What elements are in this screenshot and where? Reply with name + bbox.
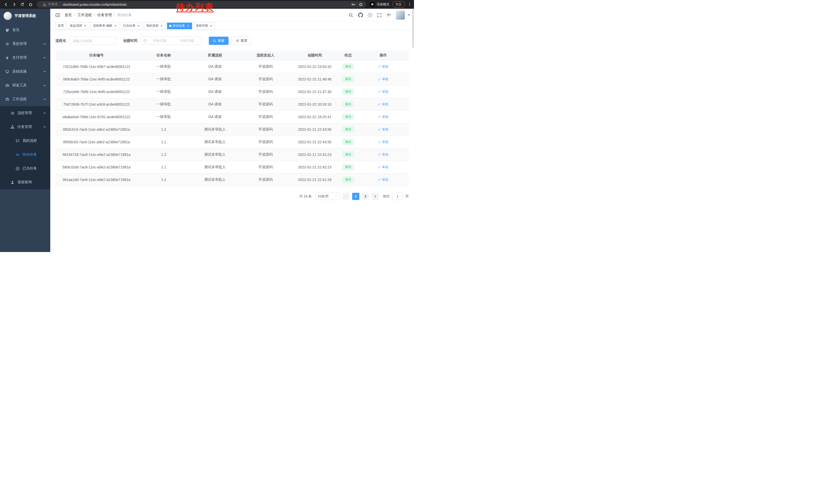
edit-pen-icon (378, 90, 381, 93)
status-badge: 激活 (342, 151, 354, 158)
menu-dots-icon[interactable] (408, 3, 411, 6)
sidebar-item-my-processes[interactable]: 我的流程 (0, 134, 50, 148)
approve-link[interactable]: 审批 (378, 165, 388, 170)
reload-icon[interactable] (19, 1, 26, 8)
task-id-cell: 58154733-7ac8-11ec-a9e2-a2380e71991a (55, 148, 137, 161)
task-name-cell: 1.2 (137, 123, 190, 136)
close-icon[interactable]: × (186, 24, 190, 28)
active-dot-icon (169, 25, 171, 27)
create-time-cell: 2022-01-22 18:25:41 (291, 110, 339, 123)
table-row: 73211d9d-7b9b-11ec-b5b7-acde48001122 一级审… (55, 60, 409, 73)
approve-link[interactable]: 审批 (378, 89, 388, 94)
goto-page-input[interactable] (392, 193, 403, 200)
tab-label: 流程详情 (196, 24, 208, 28)
task-id-cell: 381aa1dd-7ac8-11ec-a9e2-a2380e71991a (55, 173, 137, 186)
status-cell: 激活 (339, 148, 358, 161)
sidebar-item-process-management[interactable]: 流程管理 (0, 106, 50, 120)
edit-pen-icon (378, 128, 381, 131)
key-icon[interactable] (351, 2, 356, 7)
chevron-down-icon[interactable] (408, 14, 410, 16)
font-size-icon[interactable]: TT (386, 12, 391, 18)
fullscreen-icon[interactable] (377, 12, 382, 18)
create-time-cell: 2022-01-22 21:37:30 (291, 85, 339, 98)
reset-button[interactable]: 重置 (232, 37, 251, 45)
col-process: 所属流程 (190, 50, 240, 60)
approve-link-label: 审批 (382, 102, 388, 107)
approve-link[interactable]: 审批 (378, 102, 388, 107)
sidebar-item-todo-tasks[interactable]: 待办任务 (0, 148, 50, 162)
col-status: 状态 (339, 50, 358, 60)
approve-link[interactable]: 审批 (378, 64, 388, 69)
sidebar-item-leave-query[interactable]: 请假查询 (0, 175, 50, 189)
tab-todo-tasks[interactable]: 待办任务 × (167, 22, 192, 29)
toolbox-icon (5, 83, 9, 87)
chevron-down-icon (43, 42, 46, 45)
initiator-cell: 芋道源码 (240, 98, 291, 110)
approve-link[interactable]: 审批 (378, 114, 388, 119)
tab-start-process[interactable]: 发起流程 × (68, 22, 89, 29)
sidebar-item-label: 请假查询 (17, 180, 32, 185)
close-icon[interactable]: × (209, 24, 213, 28)
table-row: 8f059c03-7ac8-11ec-a9e2-a2380e71991a 1.1… (55, 136, 409, 148)
search-button[interactable]: 搜索 (209, 37, 229, 45)
github-icon[interactable] (358, 12, 363, 18)
address-bar[interactable]: 不安全 dashboard.yudao.iocoder.cn/bpm/task/… (36, 1, 366, 8)
approve-link[interactable]: 审批 (378, 152, 388, 157)
approve-link[interactable]: 审批 (378, 177, 388, 182)
process-name-input[interactable] (69, 37, 117, 45)
page-button-1[interactable]: 1 (352, 193, 359, 200)
table-row: 8f0d1619-7ac8-11ec-a9e2-a2380e71991a 1.2… (55, 123, 409, 136)
star-icon[interactable] (359, 2, 363, 7)
breadcrumb-item[interactable]: 首页 (65, 13, 72, 17)
tab-process-detail[interactable]: 流程详情 × (194, 22, 215, 29)
sidebar-item-payment[interactable]: ¥ 支付管理 (0, 51, 50, 64)
sidebar-item-home[interactable]: 首页 (0, 23, 50, 37)
tab-my-processes[interactable]: 我的流程 × (144, 22, 166, 29)
task-name-cell: 1.1 (137, 161, 190, 173)
back-icon[interactable] (3, 1, 9, 8)
page-button-2[interactable]: 2 (362, 193, 369, 200)
page-size-select[interactable]: 10条/页 (315, 193, 340, 200)
scrollbar-thumb[interactable] (412, 9, 414, 48)
logo-row[interactable]: 芋道管理系统 (0, 9, 50, 23)
help-icon[interactable]: ? (367, 12, 372, 18)
home-icon[interactable] (27, 1, 34, 8)
sidebar-item-infrastructure[interactable]: 基础设施 (0, 64, 50, 79)
date-range-picker[interactable]: 开始日期 - 结束日期 (140, 37, 202, 45)
approve-link[interactable]: 审批 (378, 127, 388, 132)
close-icon[interactable]: × (137, 24, 140, 28)
sidebar-item-workflow[interactable]: 工作流程 (0, 92, 50, 106)
logo-image (4, 12, 12, 20)
sidebar-item-task-management[interactable]: 任务管理 (0, 120, 50, 134)
forward-icon[interactable] (11, 1, 17, 8)
tabs-bar: 首页 发起流程 × 流程表单-编辑 × 已办任务 × 我的流程 × 待办任务 ×… (50, 21, 414, 30)
next-page-button[interactable] (372, 193, 379, 200)
breadcrumb-item[interactable]: 任务管理 (97, 13, 112, 17)
close-icon[interactable]: × (83, 24, 87, 28)
sidebar-item-label: 工作流程 (12, 97, 27, 101)
breadcrumb-item[interactable]: 工作流程 (78, 13, 92, 17)
close-icon[interactable]: × (160, 24, 163, 28)
page-size-value: 10条/页 (318, 194, 329, 199)
close-icon[interactable]: × (114, 24, 117, 28)
search-icon[interactable] (348, 12, 354, 18)
avatar[interactable] (396, 10, 405, 20)
tab-form-edit[interactable]: 流程表单-编辑 × (90, 22, 120, 29)
table-row: a6aba0a4-7b6d-11ec-b781-acde48001122 一级审… (55, 110, 409, 123)
approve-link[interactable]: 审批 (378, 140, 388, 144)
update-button[interactable]: 更新 (392, 1, 405, 8)
tab-home[interactable]: 首页 (55, 22, 66, 29)
process-cell: OA 请假 (190, 110, 240, 123)
task-name-cell: 一级审批 (137, 73, 190, 85)
browser-chrome: 不安全 dashboard.yudao.iocoder.cn/bpm/task/… (0, 0, 414, 9)
scrollbar[interactable] (412, 9, 414, 252)
sidebar-item-system[interactable]: 系统管理 (0, 37, 50, 51)
approve-link[interactable]: 审批 (378, 77, 388, 82)
process-cell: 测试多审批人 (190, 173, 240, 186)
sidebar-item-done-tasks[interactable]: 已办任务 (0, 162, 50, 175)
sidebar-collapse-icon[interactable] (55, 12, 60, 18)
action-cell: 审批 (358, 98, 409, 110)
sidebar-item-devtools[interactable]: 研发工具 (0, 79, 50, 92)
prev-page-button[interactable] (342, 193, 349, 200)
tab-done-tasks[interactable]: 已办任务 × (121, 22, 142, 29)
